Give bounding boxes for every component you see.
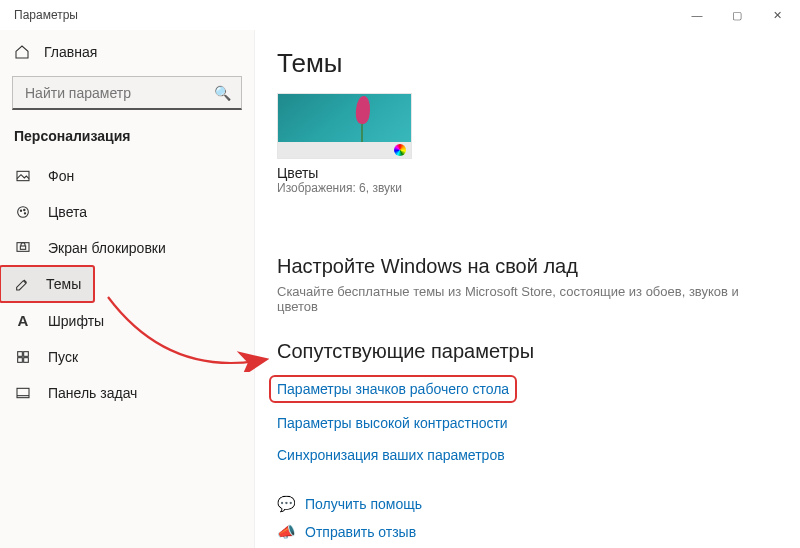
home-label: Главная bbox=[44, 44, 97, 60]
sidebar-item-themes[interactable]: Темы bbox=[0, 266, 94, 302]
search-icon: 🔍 bbox=[214, 85, 231, 101]
svg-rect-5 bbox=[17, 243, 29, 252]
get-help-label: Получить помощь bbox=[305, 496, 422, 512]
svg-point-4 bbox=[24, 213, 25, 214]
desktop-icons-link[interactable]: Параметры значков рабочего стола bbox=[273, 379, 513, 399]
palette-icon bbox=[14, 204, 32, 220]
search-field[interactable] bbox=[23, 84, 214, 102]
sidebar-item-label: Экран блокировки bbox=[48, 240, 166, 256]
related-heading: Сопутствующие параметры bbox=[277, 340, 778, 363]
sidebar-item-label: Цвета bbox=[48, 204, 87, 220]
feedback-label: Отправить отзыв bbox=[305, 524, 416, 540]
color-wheel-icon bbox=[394, 144, 406, 156]
customize-description: Скачайте бесплатные темы из Microsoft St… bbox=[277, 284, 778, 314]
svg-rect-9 bbox=[18, 358, 23, 363]
sidebar-item-taskbar[interactable]: Панель задач bbox=[0, 375, 254, 411]
svg-rect-10 bbox=[24, 358, 29, 363]
theme-name: Цветы bbox=[277, 165, 412, 181]
sidebar-item-start[interactable]: Пуск bbox=[0, 339, 254, 375]
customize-heading: Настройте Windows на свой лад bbox=[277, 255, 778, 278]
maximize-button[interactable]: ▢ bbox=[722, 0, 752, 30]
svg-rect-8 bbox=[24, 352, 29, 357]
theme-thumbnail bbox=[277, 93, 412, 159]
sidebar-item-colors[interactable]: Цвета bbox=[0, 194, 254, 230]
titlebar: Параметры — ▢ ✕ bbox=[0, 0, 800, 30]
high-contrast-link[interactable]: Параметры высокой контрастности bbox=[277, 415, 508, 431]
theme-subtitle: Изображения: 6, звуки bbox=[277, 181, 412, 195]
sidebar-item-label: Панель задач bbox=[48, 385, 137, 401]
sidebar: Главная 🔍 Персонализация Фон Цвета Экран… bbox=[0, 30, 255, 548]
window-controls: — ▢ ✕ bbox=[682, 0, 792, 30]
page-title: Темы bbox=[277, 48, 778, 79]
themes-icon bbox=[14, 276, 30, 292]
sidebar-item-background[interactable]: Фон bbox=[0, 158, 254, 194]
sidebar-item-label: Фон bbox=[48, 168, 74, 184]
feedback-icon: 📣 bbox=[277, 523, 295, 541]
section-heading: Персонализация bbox=[0, 124, 254, 158]
picture-icon bbox=[14, 168, 32, 184]
start-icon bbox=[14, 349, 32, 365]
minimize-button[interactable]: — bbox=[682, 0, 712, 30]
window-title: Параметры bbox=[8, 8, 78, 22]
feedback-link[interactable]: 📣 Отправить отзыв bbox=[277, 523, 778, 541]
sidebar-item-label: Темы bbox=[46, 276, 81, 292]
sidebar-item-label: Пуск bbox=[48, 349, 78, 365]
svg-point-1 bbox=[18, 207, 29, 218]
svg-point-2 bbox=[20, 210, 21, 211]
fonts-icon: A bbox=[14, 312, 32, 329]
svg-rect-7 bbox=[18, 352, 23, 357]
theme-tile[interactable]: Цветы Изображения: 6, звуки bbox=[277, 93, 412, 195]
sidebar-item-lockscreen[interactable]: Экран блокировки bbox=[0, 230, 254, 266]
sidebar-item-fonts[interactable]: A Шрифты bbox=[0, 302, 254, 339]
svg-rect-11 bbox=[17, 388, 29, 397]
svg-rect-6 bbox=[20, 246, 25, 249]
taskbar-icon bbox=[14, 385, 32, 401]
lockscreen-icon bbox=[14, 240, 32, 256]
svg-point-3 bbox=[24, 209, 25, 210]
search-input[interactable]: 🔍 bbox=[12, 76, 242, 110]
home-link[interactable]: Главная bbox=[0, 36, 254, 68]
close-button[interactable]: ✕ bbox=[762, 0, 792, 30]
sync-settings-link[interactable]: Синхронизация ваших параметров bbox=[277, 447, 505, 463]
home-icon bbox=[14, 44, 30, 60]
sidebar-item-label: Шрифты bbox=[48, 313, 104, 329]
main-panel: Темы Цветы Изображения: 6, звуки Настрой… bbox=[255, 30, 800, 548]
get-help-link[interactable]: 💬 Получить помощь bbox=[277, 495, 778, 513]
help-icon: 💬 bbox=[277, 495, 295, 513]
